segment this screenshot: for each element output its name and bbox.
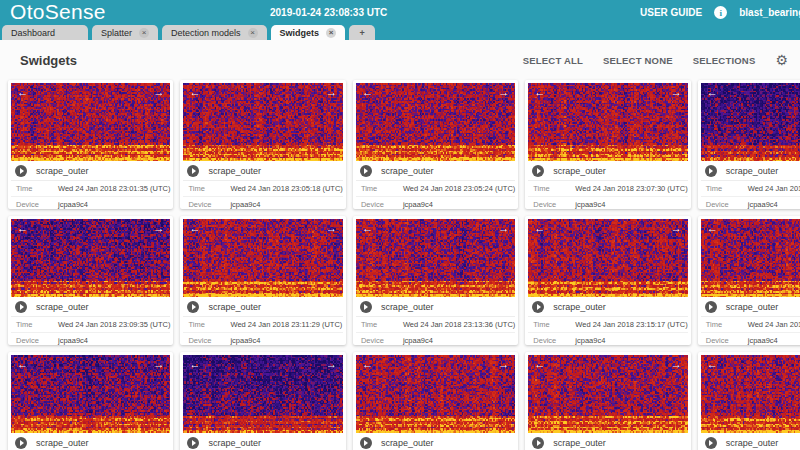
play-button[interactable]	[187, 437, 199, 449]
play-icon	[364, 304, 368, 310]
next-arrow-icon[interactable]: →	[671, 86, 682, 98]
prev-arrow-icon[interactable]: ←	[534, 86, 545, 98]
play-button[interactable]	[705, 437, 717, 449]
play-button[interactable]	[15, 165, 27, 177]
spectrogram[interactable]: ← →	[701, 355, 800, 433]
next-arrow-icon[interactable]: →	[326, 358, 337, 370]
play-button[interactable]	[360, 301, 372, 313]
tab-splatter[interactable]: Splatter ×	[92, 25, 158, 40]
next-arrow-icon[interactable]: →	[326, 86, 337, 98]
plus-icon: +	[359, 28, 364, 38]
spectrogram[interactable]: ← →	[528, 219, 687, 297]
swidget-card: ← → scrape_outer Time Wed 24 Jan 2018 23…	[8, 80, 173, 209]
tab-detection-models[interactable]: Detection models ×	[162, 25, 267, 40]
swidget-label: scrape_outer	[381, 166, 434, 176]
spectrogram[interactable]: ← →	[528, 355, 687, 433]
app-header: OtoSense 2019-01-24 23:08:33 UTC USER GU…	[0, 0, 800, 40]
select-all-button[interactable]: SELECT ALL	[523, 55, 583, 66]
prev-arrow-icon[interactable]: ←	[707, 358, 718, 370]
spectrogram[interactable]: ← →	[701, 83, 800, 161]
tab-dashboard[interactable]: Dashboard	[2, 25, 88, 40]
card-grid: ← → scrape_outer Time Wed 24 Jan 2018 23…	[0, 80, 800, 450]
play-button[interactable]	[187, 301, 199, 313]
spectrogram-image	[528, 219, 687, 297]
spectrogram[interactable]: ← →	[11, 83, 170, 161]
prev-arrow-icon[interactable]: ←	[17, 358, 28, 370]
close-icon[interactable]: ×	[326, 28, 336, 38]
play-button[interactable]	[360, 165, 372, 177]
spectrogram[interactable]: ← →	[11, 219, 170, 297]
play-button[interactable]	[705, 301, 717, 313]
spectrogram[interactable]: ← →	[356, 219, 515, 297]
spectrogram[interactable]: ← →	[356, 355, 515, 433]
next-arrow-icon[interactable]: →	[153, 358, 164, 370]
prev-arrow-icon[interactable]: ←	[17, 86, 28, 98]
device-value: jcpaa9c4	[403, 336, 433, 345]
gear-icon[interactable]: ⚙	[775, 53, 788, 67]
tab-label: Detection models	[171, 28, 241, 38]
next-arrow-icon[interactable]: →	[153, 222, 164, 234]
play-button[interactable]	[15, 437, 27, 449]
spectrogram[interactable]: ← →	[11, 355, 170, 433]
device-label: Device	[528, 200, 575, 209]
swidget-card: ← → scrape_outer Time Wed 24 Jan 2018 23…	[353, 216, 518, 345]
prev-arrow-icon[interactable]: ←	[189, 222, 200, 234]
next-arrow-icon[interactable]: →	[326, 222, 337, 234]
prev-arrow-icon[interactable]: ←	[362, 86, 373, 98]
close-icon[interactable]: ×	[248, 28, 258, 38]
select-none-button[interactable]: SELECT NONE	[603, 55, 673, 66]
device-row: Device jcpaa9c4	[183, 197, 342, 211]
device-label: Device	[183, 200, 230, 209]
spectrogram[interactable]: ← →	[183, 355, 342, 433]
spectrogram[interactable]: ← →	[701, 219, 800, 297]
device-row: Device jcpaa9c4	[356, 197, 515, 211]
play-button[interactable]	[532, 437, 544, 449]
device-row: Device jcpaa9c4	[528, 197, 687, 211]
prev-arrow-icon[interactable]: ←	[707, 222, 718, 234]
user-guide-link[interactable]: USER GUIDE	[640, 7, 702, 18]
play-button[interactable]	[532, 301, 544, 313]
user-email[interactable]: blast_bearing@otosense.com	[739, 7, 800, 18]
time-value: Wed 24 Jan 2018 23:11:29 (UTC)	[230, 320, 342, 329]
swidget-label: scrape_outer	[208, 302, 261, 312]
spectrogram[interactable]: ← →	[356, 83, 515, 161]
play-button[interactable]	[360, 437, 372, 449]
spectrogram[interactable]: ← →	[183, 83, 342, 161]
tab-swidgets[interactable]: Swidgets ×	[271, 25, 346, 40]
prev-arrow-icon[interactable]: ←	[189, 86, 200, 98]
time-row: Time Wed 24 Jan 2018 23:05:18 (UTC)	[183, 181, 342, 197]
spectrogram-image	[356, 83, 515, 161]
next-arrow-icon[interactable]: →	[498, 86, 509, 98]
next-arrow-icon[interactable]: →	[153, 86, 164, 98]
next-arrow-icon[interactable]: →	[498, 222, 509, 234]
next-arrow-icon[interactable]: →	[671, 358, 682, 370]
time-row: Time Wed 24 Jan 2018 23:13:36 (UTC)	[356, 317, 515, 333]
play-button[interactable]	[532, 165, 544, 177]
play-row: scrape_outer	[356, 297, 515, 317]
next-arrow-icon[interactable]: →	[671, 222, 682, 234]
next-arrow-icon[interactable]: →	[498, 358, 509, 370]
swidget-label: scrape_outer	[381, 438, 434, 448]
prev-arrow-icon[interactable]: ←	[534, 358, 545, 370]
play-button[interactable]	[187, 165, 199, 177]
selections-button[interactable]: SELECTIONS	[693, 55, 756, 66]
info-icon[interactable]: i	[714, 6, 727, 19]
device-row: Device jcpaa9c4	[356, 333, 515, 347]
play-button[interactable]	[15, 301, 27, 313]
spectrogram[interactable]: ← →	[183, 219, 342, 297]
prev-arrow-icon[interactable]: ←	[362, 358, 373, 370]
prev-arrow-icon[interactable]: ←	[189, 358, 200, 370]
spectrogram[interactable]: ← →	[528, 83, 687, 161]
close-icon[interactable]: ×	[139, 28, 149, 38]
device-value: jcpaa9c4	[575, 336, 605, 345]
prev-arrow-icon[interactable]: ←	[534, 222, 545, 234]
play-button[interactable]	[705, 165, 717, 177]
swidget-label: scrape_outer	[208, 438, 261, 448]
prev-arrow-icon[interactable]: ←	[707, 86, 718, 98]
prev-arrow-icon[interactable]: ←	[362, 222, 373, 234]
device-label: Device	[183, 336, 230, 345]
new-tab-button[interactable]: +	[349, 25, 375, 40]
prev-arrow-icon[interactable]: ←	[17, 222, 28, 234]
spectrogram-image	[528, 83, 687, 161]
time-value: Wed 24 Jan 2018 23:05:18 (UTC)	[230, 184, 342, 193]
